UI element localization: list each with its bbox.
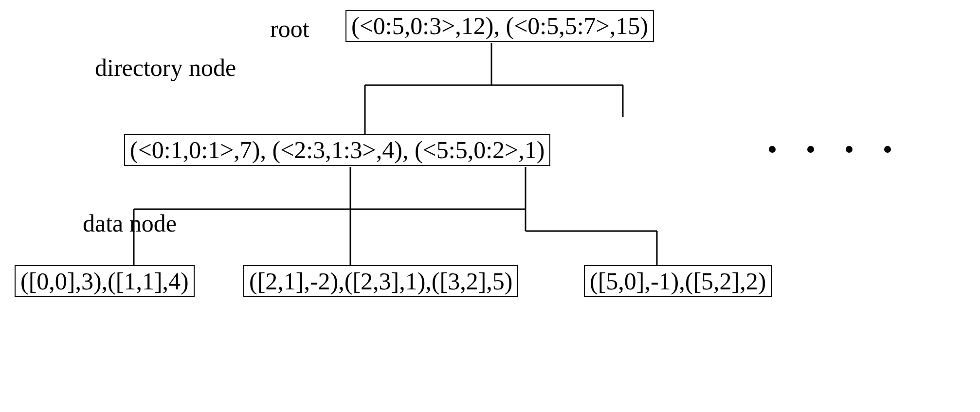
data-node-1: ([2,1],-2),([2,3],1),([3,2],5) (243, 265, 518, 297)
data-node-2: ([5,0],-1),([5,2],2) (584, 265, 772, 297)
ellipsis-dots (769, 146, 891, 153)
dot-icon (769, 146, 776, 153)
data-node-1-content: ([2,1],-2),([2,3],1),([3,2],5) (249, 268, 512, 295)
directory-node-label: directory node (95, 54, 236, 82)
dot-icon (884, 146, 891, 153)
data-node-label: data node (83, 209, 177, 237)
directory-node-content: (<0:1,0:1>,7), (<2:3,1:3>,4), (<5:5,0:2>… (130, 136, 544, 163)
dot-icon (807, 146, 814, 153)
data-node-0: ([0,0],3),([1,1],4) (15, 265, 195, 297)
root-node-content: (<0:5,0:3>,12), (<0:5,5:7>,15) (351, 12, 648, 39)
data-node-0-content: ([0,0],3),([1,1],4) (20, 268, 189, 295)
root-label: root (270, 15, 309, 43)
root-node: (<0:5,0:3>,12), (<0:5,5:7>,15) (345, 10, 654, 42)
dot-icon (846, 146, 853, 153)
data-node-2-content: ([5,0],-1),([5,2],2) (590, 268, 766, 295)
directory-node: (<0:1,0:1>,7), (<2:3,1:3>,4), (<5:5,0:2>… (124, 134, 550, 166)
